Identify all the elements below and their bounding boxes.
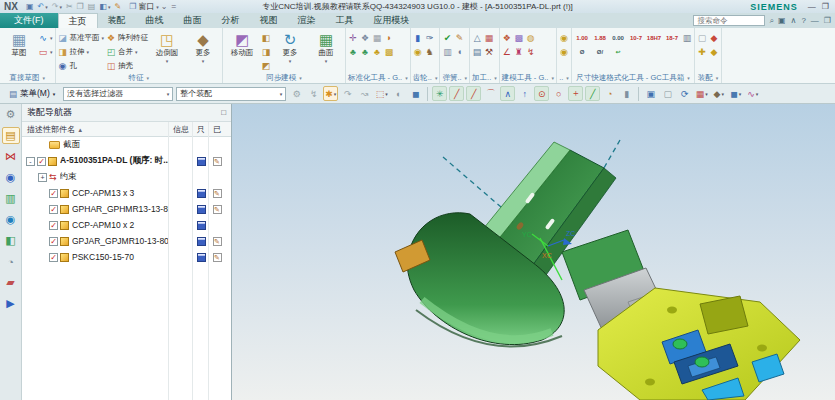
sync-delete-icon[interactable]: ◩ [261, 59, 271, 72]
gc-attach-icon[interactable]: ✛ [348, 31, 358, 44]
snap-midpoint-icon[interactable]: ╱ [466, 86, 481, 101]
阵列特征-button[interactable]: ❖阵列特征 [106, 31, 148, 44]
mfg-probe-icon[interactable]: ⚒ [484, 45, 494, 58]
抽壳-button[interactable]: ◫抽壳 [106, 59, 148, 72]
sync-offset-icon[interactable]: ◧ [261, 31, 271, 44]
tree-row[interactable]: ✓CCP-APM10 x 2 [22, 217, 231, 233]
gear-tool-icon[interactable]: ♞ [425, 45, 435, 58]
tab-file[interactable]: 文件(F) [0, 13, 58, 28]
lasso-icon[interactable]: ↝ [357, 86, 372, 101]
shaded-display-icon[interactable]: ◼ [408, 86, 423, 101]
panel-popout-icon[interactable]: □ [221, 108, 226, 117]
dim-188-icon[interactable]: 1.88 [592, 31, 608, 44]
移动面-button[interactable]: ◩移动面 [225, 29, 259, 58]
rectangle-curve-icon[interactable]: ▭▾ [38, 45, 53, 58]
part-navigator-icon[interactable]: ◉ [2, 169, 20, 186]
tab-渲染[interactable]: 渲染 [288, 13, 326, 28]
更多-button[interactable]: ↻更多▾ [273, 29, 307, 64]
snap-enable-icon[interactable]: ✳ [432, 86, 447, 101]
visual-reports-icon[interactable]: ▰ [2, 274, 20, 291]
asm-add-icon[interactable]: ✚ [697, 45, 707, 58]
column-name[interactable]: 描述性部件名 ▲ [22, 124, 169, 135]
曲面-button[interactable]: ▦曲面▾ [309, 29, 343, 64]
dim-return-icon[interactable]: ↩ [610, 45, 626, 58]
tree-row[interactable]: ✓CCP-APM13 x 3✎ [22, 185, 231, 201]
mtool-cube-icon[interactable]: ▩ [514, 31, 524, 44]
gc-stamp-icon[interactable]: ▩ [384, 45, 394, 58]
mfg-triangle-icon[interactable]: △ [472, 31, 482, 44]
tree-row[interactable]: ✓GPHAR_GPHMR13-13-80...✎ [22, 201, 231, 217]
misc-coins2-icon[interactable]: ◉ [559, 45, 569, 58]
snap-vertex-icon[interactable]: ↑ [517, 86, 532, 101]
gear-coin-icon[interactable]: ◉ [413, 45, 423, 58]
dim-dia-icon[interactable]: Ø [574, 45, 590, 58]
tab-视图[interactable]: 视图 [250, 13, 288, 28]
spring-check-icon[interactable]: ✔ [442, 31, 452, 44]
mtool-shell-icon[interactable]: ◍ [526, 31, 536, 44]
save-state-icon[interactable] [197, 221, 206, 230]
ribbon-group-caption[interactable]: 尺寸快速格式化工具 - GC工具箱▾ [574, 72, 692, 83]
mtool-angle-icon[interactable]: ∠ [502, 45, 512, 58]
gear-book-icon[interactable]: ▮ [413, 31, 423, 44]
modified-state-icon[interactable]: ✎ [213, 205, 222, 214]
minimize-button[interactable]: — [808, 2, 816, 11]
asm-window-icon[interactable]: ▢ [697, 31, 707, 44]
孔-button[interactable]: ◉孔 [58, 59, 105, 72]
snap-tangent-icon[interactable]: ╱ [585, 86, 600, 101]
dim-100-icon[interactable]: 1.00 [574, 31, 590, 44]
hd3d-clock-icon[interactable]: ◔ [2, 253, 20, 270]
ribbon-style-icon[interactable]: ▣ [778, 16, 786, 25]
component-checkbox[interactable]: ✓ [49, 221, 58, 230]
spring-clip-icon[interactable]: ▥ [442, 45, 452, 58]
ribbon-group-caption[interactable]: 弹簧..▾ [442, 72, 467, 83]
doc-minimize-icon[interactable]: — [811, 16, 819, 25]
copy-icon[interactable]: ❐ [77, 2, 84, 11]
gc-bolt-icon[interactable]: ♣ [348, 45, 358, 58]
constraint-navigator-icon[interactable]: ⋈ [2, 148, 20, 165]
tab-曲线[interactable]: 曲线 [136, 13, 174, 28]
save-state-icon[interactable] [197, 237, 206, 246]
expander-icon[interactable]: - [26, 157, 35, 166]
tree-row[interactable]: +⇆约束 [22, 169, 231, 185]
selection-filter-dropdown[interactable]: 没有选择过滤器 ▾ [63, 87, 173, 101]
tree-row[interactable]: -✓A-5100351PA-DL (顺序: 时...✎ [22, 153, 231, 169]
ribbon-group-caption[interactable]: 直接草图▾ [2, 72, 53, 83]
snap-circle-icon[interactable]: ○ [551, 86, 566, 101]
modified-state-icon[interactable]: ✎ [213, 253, 222, 262]
search-icon[interactable]: ⌕ [769, 16, 773, 26]
asm-cube-icon[interactable]: ◆ [709, 31, 719, 44]
save-state-icon[interactable] [197, 253, 206, 262]
point-dialog-icon[interactable]: ✱▾ [323, 86, 338, 101]
search-input[interactable] [693, 15, 765, 26]
spring-brush-icon[interactable]: ✎ [454, 31, 464, 44]
profile-curve-icon[interactable]: ∿▾ [38, 31, 53, 44]
dim-dia-slash-icon[interactable]: Ø/ [592, 45, 608, 58]
tree-row[interactable]: ✓GPJAR_GPJMR10-13-80-...✎ [22, 233, 231, 249]
save-state-icon[interactable] [197, 205, 206, 214]
green-cylinder-pin[interactable] [695, 357, 709, 367]
dim-1847-icon[interactable]: 18-7 [664, 31, 680, 44]
ribbon-group-caption[interactable]: ..▾ [559, 72, 569, 83]
dim-18h7-icon[interactable]: 18H7 [646, 31, 662, 44]
拉伸-button[interactable]: ◨拉伸▾ [58, 45, 105, 58]
restore-button[interactable]: ❐ [822, 2, 829, 11]
gear-pen-icon[interactable]: ✑ [425, 31, 435, 44]
view-cube-icon[interactable]: ◼▾ [728, 86, 743, 101]
rectangle-select-icon[interactable]: ⬚▾ [374, 86, 389, 101]
column-info[interactable]: 信息 [169, 124, 193, 135]
undo-icon[interactable]: ↶▾ [37, 2, 47, 11]
modified-state-icon[interactable]: ✎ [213, 157, 222, 166]
minimize-ribbon-icon[interactable]: ∧ [791, 16, 797, 25]
graphics-viewport[interactable]: YC ZC XC [232, 104, 835, 400]
mtool-stamp-icon[interactable]: ❖ [502, 31, 512, 44]
gc-wrench-icon[interactable]: ♣ [372, 45, 382, 58]
doc-restore-icon[interactable]: ❐ [824, 16, 831, 25]
ribbon-group-caption[interactable]: 加工..▾ [472, 72, 497, 83]
snap-curve-icon[interactable]: ⌒ [483, 86, 498, 101]
spring-mouse-icon[interactable]: ◖ [454, 45, 464, 58]
redo-icon[interactable]: ↷▾ [52, 2, 62, 11]
select-handle-icon[interactable]: ↯ [306, 86, 321, 101]
render-face-icon[interactable]: ◆▾ [711, 86, 726, 101]
sync-replace-icon[interactable]: ◨ [261, 45, 271, 58]
component-checkbox[interactable]: ✓ [49, 189, 58, 198]
